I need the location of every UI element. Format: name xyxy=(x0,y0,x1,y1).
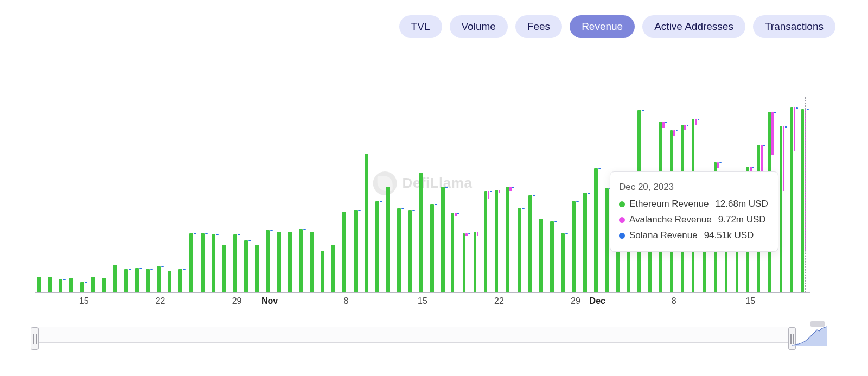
bar-sol xyxy=(445,187,448,187)
bar-group[interactable] xyxy=(298,229,306,292)
bar-group[interactable] xyxy=(80,282,88,292)
bar-eth xyxy=(157,266,161,292)
bar-sol xyxy=(391,187,393,187)
bar-group[interactable] xyxy=(178,269,186,292)
bar-group[interactable] xyxy=(539,219,547,292)
bar-sol xyxy=(588,193,590,194)
bar-eth xyxy=(375,201,379,292)
bar-group[interactable] xyxy=(222,245,229,292)
bar-group[interactable] xyxy=(331,245,339,292)
bar-eth xyxy=(518,208,521,292)
bar-eth xyxy=(201,233,205,292)
bar-group[interactable] xyxy=(277,232,284,292)
bar-sol xyxy=(369,154,372,154)
bar-group[interactable] xyxy=(189,233,197,292)
bar-group[interactable] xyxy=(145,269,153,292)
bar-group[interactable] xyxy=(430,204,437,292)
bar-group[interactable] xyxy=(113,265,120,292)
bar-sol xyxy=(687,125,689,126)
bar-group[interactable] xyxy=(200,233,208,292)
bar-group[interactable] xyxy=(168,271,175,292)
bar-group[interactable] xyxy=(353,210,361,292)
bar-eth xyxy=(48,277,52,292)
bar-group[interactable] xyxy=(375,201,382,292)
bar-group[interactable] xyxy=(495,190,503,292)
bar-group[interactable] xyxy=(506,187,514,292)
bar-group[interactable] xyxy=(211,234,219,292)
bar-eth xyxy=(69,278,73,292)
bar-avax xyxy=(477,232,479,236)
tab-aa[interactable]: Active Addresses xyxy=(642,15,745,38)
bar-avax xyxy=(488,191,490,198)
bar-group[interactable] xyxy=(780,126,787,292)
x-tick: 8 xyxy=(672,296,676,306)
bar-sol xyxy=(576,201,579,202)
bar-group[interactable] xyxy=(321,251,328,292)
bar-group[interactable] xyxy=(408,210,416,292)
bar-group[interactable] xyxy=(124,269,131,292)
tab-tx[interactable]: Transactions xyxy=(753,15,835,38)
bar-group[interactable] xyxy=(233,234,241,292)
bar-group[interactable] xyxy=(310,232,317,292)
bar-group[interactable] xyxy=(441,187,448,292)
bar-group[interactable] xyxy=(451,213,459,292)
bar-group[interactable] xyxy=(474,232,481,292)
bar-sol xyxy=(796,107,798,109)
bar-group[interactable] xyxy=(583,193,590,292)
bar-sol xyxy=(512,187,514,187)
chart-navigator[interactable] xyxy=(35,323,827,346)
bar-group[interactable] xyxy=(91,277,99,292)
bar-sol xyxy=(303,229,306,230)
bar-group[interactable] xyxy=(386,187,394,292)
tab-volume[interactable]: Volume xyxy=(450,15,508,38)
bar-group[interactable] xyxy=(790,107,798,292)
navigator-track[interactable] xyxy=(35,327,792,343)
x-tick: 29 xyxy=(571,296,580,306)
bar-group[interactable] xyxy=(102,278,110,292)
bar-sol xyxy=(172,271,175,271)
bar-avax xyxy=(794,107,796,151)
bar-group[interactable] xyxy=(517,208,525,292)
x-tick: 15 xyxy=(79,296,89,306)
x-tick: Nov xyxy=(261,296,278,306)
bar-group[interactable] xyxy=(288,232,295,292)
bar-sol xyxy=(676,130,678,131)
bar-sol xyxy=(347,212,349,212)
bar-group[interactable] xyxy=(255,245,263,292)
bar-group[interactable] xyxy=(342,212,350,292)
bar-eth xyxy=(288,232,292,292)
tab-tvl[interactable]: TVL xyxy=(399,15,442,38)
bar-group[interactable] xyxy=(528,195,535,292)
bar-sol xyxy=(774,112,776,113)
bar-group[interactable] xyxy=(561,233,569,292)
bar-group[interactable] xyxy=(69,278,76,292)
navigator-handle-left[interactable] xyxy=(31,327,39,350)
bar-group[interactable] xyxy=(157,266,164,292)
bar-sol xyxy=(194,233,196,234)
bar-eth xyxy=(583,193,587,292)
bar-group[interactable] xyxy=(484,191,492,292)
bar-sol xyxy=(74,278,76,278)
bar-group[interactable] xyxy=(266,230,273,292)
bar-group[interactable] xyxy=(572,201,579,292)
bar-sol xyxy=(554,221,557,222)
bar-group[interactable] xyxy=(550,221,558,292)
tooltip-date: Dec 20, 2023 xyxy=(619,180,768,195)
tab-fees[interactable]: Fees xyxy=(515,15,562,38)
bar-group[interactable] xyxy=(36,277,44,292)
bar-group[interactable] xyxy=(463,233,470,292)
bar-group[interactable] xyxy=(364,154,372,292)
bar-sol xyxy=(565,233,568,234)
bar-eth xyxy=(178,269,182,292)
bar-group[interactable] xyxy=(135,268,142,292)
bar-group[interactable] xyxy=(58,279,66,292)
x-tick: 8 xyxy=(344,296,349,306)
bar-group[interactable] xyxy=(397,208,405,292)
bar-group[interactable] xyxy=(593,168,601,292)
bar-group[interactable] xyxy=(419,173,426,292)
bar-sol xyxy=(490,191,492,192)
bar-group[interactable] xyxy=(244,240,252,292)
bar-group[interactable] xyxy=(47,277,55,292)
bar-sol xyxy=(336,245,339,245)
tab-revenue[interactable]: Revenue xyxy=(570,15,635,38)
